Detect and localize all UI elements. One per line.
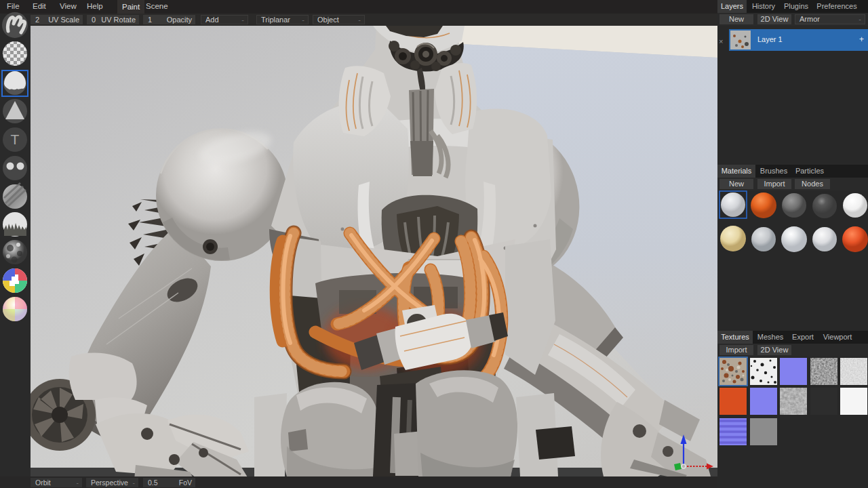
svg-text:T: T [11,131,20,147]
